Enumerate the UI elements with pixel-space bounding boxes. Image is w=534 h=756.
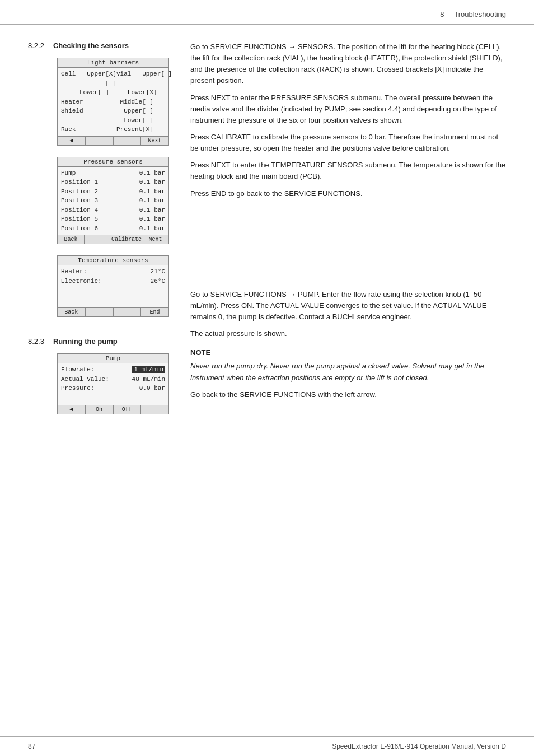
pump-row-actual: Actual value: 48 mL/min bbox=[61, 375, 165, 384]
ps-btn-back[interactable]: Back bbox=[58, 235, 85, 244]
light-barriers-buttons: ◄ Next bbox=[58, 136, 168, 145]
ts-row-heater: Heater: 21°C bbox=[61, 267, 165, 277]
lb-row-7: Rack Present[X] bbox=[61, 125, 165, 134]
ts-btn-empty2 bbox=[114, 308, 142, 316]
lb-btn-empty2 bbox=[114, 137, 142, 145]
page-footer: 87 SpeedExtractor E-916/E-914 Operation … bbox=[0, 736, 534, 756]
page-header: 8 Troubleshooting bbox=[0, 0, 534, 25]
ts-btn-back[interactable]: Back bbox=[58, 308, 86, 316]
ps-btn-calibrate[interactable]: Calibrate bbox=[111, 235, 142, 244]
header-chapter-number: 8 bbox=[440, 10, 444, 18]
pressure-sensors-title: Pressure sensors bbox=[58, 157, 168, 167]
ps-row-pos4: Position 4 0.1 bar bbox=[61, 206, 165, 215]
lb-row-6: Lower[ ] bbox=[61, 116, 165, 125]
pump-btn-on[interactable]: On bbox=[86, 405, 114, 414]
desc-822-para2: Press NEXT to enter the PRESSURE SENSORS… bbox=[190, 92, 506, 126]
pump-row-flowrate: Flowrate: 1 mL/min bbox=[61, 365, 165, 375]
section-822-block: 8.2.2 Checking the sensors Light barrier… bbox=[28, 41, 174, 317]
light-barriers-body: Cell Upper[X]Vial Upper[ ] [ ] Lower[ ] … bbox=[58, 68, 168, 136]
section-823-title: Running the pump bbox=[53, 337, 118, 346]
temperature-sensors-title: Temperature sensors bbox=[58, 256, 168, 265]
desc-822-para3: Press CALIBRATE to calibrate the pressur… bbox=[190, 132, 506, 154]
section-822-number: 8.2.2 bbox=[28, 41, 44, 50]
ps-row-pump: Pump 0.1 bar bbox=[61, 169, 165, 178]
pressure-sensors-screen: Pressure sensors Pump 0.1 bar Position 1… bbox=[57, 157, 169, 245]
lb-btn-left-arrow[interactable]: ◄ bbox=[58, 137, 86, 145]
desc-823-para1: Go to SERVICE FUNCTIONS → PUMP. Enter th… bbox=[190, 289, 506, 323]
lb-row-4: Heater Middle[ ] bbox=[61, 97, 165, 107]
pump-btn-left-arrow[interactable]: ◄ bbox=[58, 405, 86, 414]
header-title: Troubleshooting bbox=[454, 10, 506, 18]
note-text: Never run the pump dry. Never run the pu… bbox=[190, 361, 506, 383]
section-822-title: Checking the sensors bbox=[53, 41, 129, 50]
lb-btn-empty1 bbox=[86, 137, 114, 145]
pump-screen: Pump Flowrate: 1 mL/min Actual value: 48… bbox=[57, 353, 169, 414]
section-823-block: 8.2.3 Running the pump Pump Flowrate: 1 … bbox=[28, 337, 174, 414]
ps-btn-empty bbox=[85, 235, 111, 244]
ps-row-pos3: Position 3 0.1 bar bbox=[61, 196, 165, 206]
section-823-label: 8.2.3 Running the pump bbox=[28, 337, 174, 346]
pump-btn-empty bbox=[141, 405, 168, 414]
footer-document-name: SpeedExtractor E-916/E-914 Operation Man… bbox=[332, 743, 506, 750]
desc-822-para1: Go to SERVICE FUNCTIONS → SENSORS. The p… bbox=[190, 41, 506, 87]
light-barriers-screen: Light barriers Cell Upper[X]Vial Upper[ … bbox=[57, 58, 169, 146]
ts-row-electronic: Electronic: 26°C bbox=[61, 277, 165, 286]
note-title: NOTE bbox=[190, 347, 506, 358]
light-barriers-title: Light barriers bbox=[58, 58, 168, 68]
desc-822-para5: Press END to go back to the SERVICE FUNC… bbox=[190, 188, 506, 199]
main-content: 8.2.2 Checking the sensors Light barrier… bbox=[0, 25, 534, 465]
section-823-number: 8.2.3 bbox=[28, 337, 44, 346]
desc-823-para2: The actual pressure is shown. bbox=[190, 328, 506, 339]
pump-screen-body: Flowrate: 1 mL/min Actual value: 48 mL/m… bbox=[58, 363, 168, 405]
temperature-sensors-body: Heater: 21°C Electronic: 26°C bbox=[58, 265, 168, 307]
ps-row-pos5: Position 5 0.1 bar bbox=[61, 214, 165, 224]
section-823-descriptions: Go to SERVICE FUNCTIONS → PUMP. Enter th… bbox=[190, 289, 506, 400]
ps-row-pos6: Position 6 0.1 bar bbox=[61, 224, 165, 234]
lb-row-2: [ ] bbox=[61, 79, 165, 88]
desc-822-para4: Press NEXT to enter the TEMPERATURE SENS… bbox=[190, 160, 506, 182]
section-822-descriptions: Go to SERVICE FUNCTIONS → SENSORS. The p… bbox=[190, 41, 506, 199]
footer-page-number: 87 bbox=[28, 743, 35, 750]
left-column: 8.2.2 Checking the sensors Light barrier… bbox=[28, 41, 174, 431]
pump-screen-buttons: ◄ On Off bbox=[58, 405, 168, 414]
pump-screen-title: Pump bbox=[58, 354, 168, 363]
lb-row-3: Lower[ ] Lower[X] bbox=[61, 88, 165, 97]
header-chapter-title: 8 Troubleshooting bbox=[440, 10, 506, 18]
lb-row-1: Cell Upper[X]Vial Upper[ ] bbox=[61, 69, 165, 79]
section-822-label: 8.2.2 Checking the sensors bbox=[28, 41, 174, 50]
ps-btn-next[interactable]: Next bbox=[142, 235, 168, 244]
ts-btn-end[interactable]: End bbox=[141, 308, 168, 316]
ps-row-pos2: Position 2 0.1 bar bbox=[61, 187, 165, 197]
lb-row-5: Shield Upper[ ] bbox=[61, 106, 165, 116]
pump-row-pressure: Pressure: 0.0 bar bbox=[61, 384, 165, 393]
after-note-text: Go back to the SERVICE FUNCTIONS with th… bbox=[190, 389, 506, 400]
pump-btn-off[interactable]: Off bbox=[114, 405, 142, 414]
ps-row-pos1: Position 1 0.1 bar bbox=[61, 178, 165, 187]
pressure-sensors-body: Pump 0.1 bar Position 1 0.1 bar Position… bbox=[58, 167, 168, 235]
temperature-sensors-screen: Temperature sensors Heater: 21°C Electro… bbox=[57, 255, 169, 317]
ts-btn-empty1 bbox=[86, 308, 114, 316]
pressure-sensors-buttons: Back Calibrate Next bbox=[58, 235, 168, 244]
lb-btn-next[interactable]: Next bbox=[141, 137, 168, 145]
right-column: Go to SERVICE FUNCTIONS → SENSORS. The p… bbox=[174, 41, 506, 431]
temperature-sensors-buttons: Back End bbox=[58, 307, 168, 316]
